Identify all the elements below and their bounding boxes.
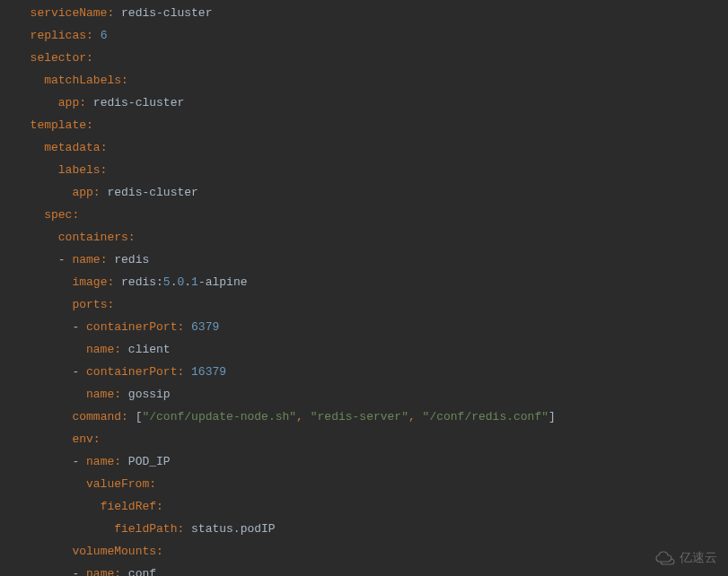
code-line: ports: — [16, 293, 728, 316]
code-line: valueFrom: — [16, 473, 728, 495]
code-line: serviceName: redis-cluster — [16, 2, 728, 24]
code-line: containers: — [16, 226, 728, 249]
code-line: template: — [16, 114, 728, 136]
code-line: - name: conf — [16, 563, 728, 576]
code-line: labels: — [16, 159, 728, 181]
code-line: - name: POD_IP — [16, 450, 728, 473]
cloud-icon — [654, 551, 676, 565]
watermark: 亿速云 — [654, 546, 717, 569]
code-line: - name: redis — [16, 249, 728, 271]
code-line: metadata: — [16, 136, 728, 159]
code-line: matchLabels: — [16, 69, 728, 92]
code-line: - containerPort: 6379 — [16, 316, 728, 338]
code-line: fieldRef: — [16, 495, 728, 518]
code-line: fieldPath: status.podIP — [16, 518, 728, 540]
code-editor: serviceName: redis-cluster replicas: 6 s… — [16, 2, 728, 576]
code-line: env: — [16, 428, 728, 450]
code-line: replicas: 6 — [16, 24, 728, 47]
code-line: spec: — [16, 204, 728, 226]
code-line: selector: — [16, 47, 728, 69]
code-line: app: redis-cluster — [16, 92, 728, 114]
code-line: app: redis-cluster — [16, 181, 728, 204]
watermark-text: 亿速云 — [680, 546, 717, 569]
code-line: image: redis:5.0.1-alpine — [16, 271, 728, 293]
code-line: - containerPort: 16379 — [16, 361, 728, 383]
code-line: name: gossip — [16, 383, 728, 406]
code-line: volumeMounts: — [16, 540, 728, 563]
code-line: command: ["/conf/update-node.sh", "redis… — [16, 406, 728, 428]
code-line: name: client — [16, 338, 728, 361]
